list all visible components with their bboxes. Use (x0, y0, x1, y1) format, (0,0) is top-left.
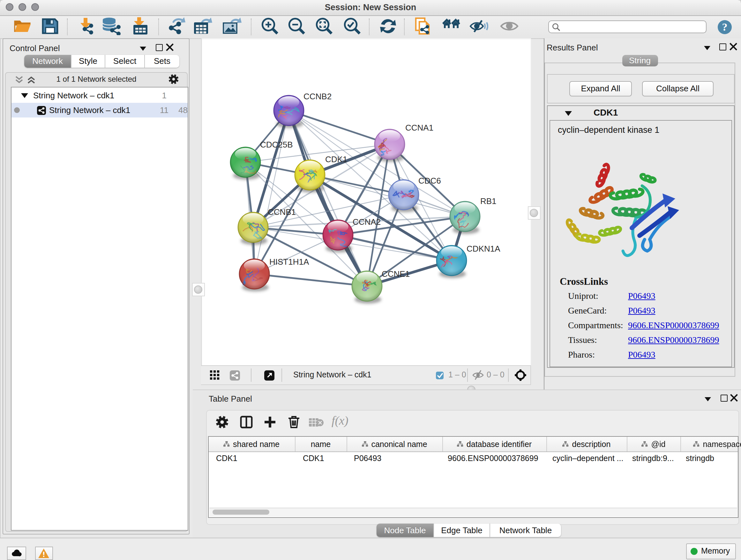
svg-text:?: ? (722, 21, 728, 33)
svg-text:CCNE1: CCNE1 (381, 269, 409, 279)
svg-text:CCNA2: CCNA2 (352, 217, 381, 227)
svg-text:CDK1: CDK1 (325, 154, 347, 164)
svg-text:CDC6: CDC6 (418, 176, 441, 186)
svg-text:HIST1H1A: HIST1H1A (269, 257, 309, 266)
svg-text:CDC25B: CDC25B (260, 140, 293, 149)
svg-text:RB1: RB1 (480, 196, 496, 206)
svg-text:CCNB2: CCNB2 (303, 91, 331, 101)
svg-text:CCNB1: CCNB1 (267, 207, 295, 217)
svg-text:CDKN1A: CDKN1A (466, 244, 500, 253)
svg-text:CCNA1: CCNA1 (405, 123, 433, 132)
